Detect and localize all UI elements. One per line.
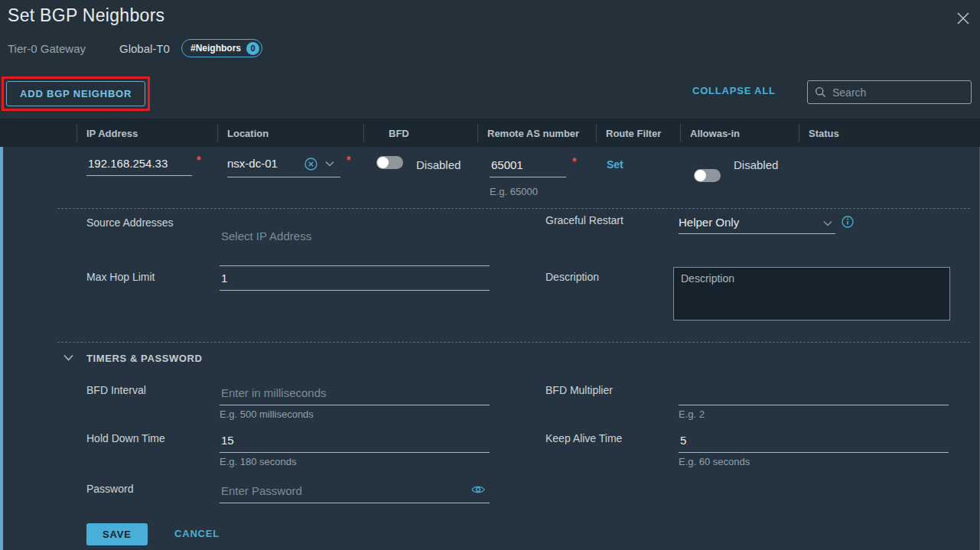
column-divider <box>799 124 799 142</box>
password-input[interactable] <box>220 484 490 503</box>
graceful-restart-chevron-icon <box>823 220 832 226</box>
separator <box>57 342 970 343</box>
bfd-multiplier-label: BFD Multiplier <box>545 384 613 396</box>
allowas-in-toggle[interactable] <box>694 169 721 182</box>
column-divider <box>596 124 597 142</box>
required-marker: * <box>347 154 350 166</box>
source-addresses-label: Source Addresses <box>86 216 174 229</box>
header-location: Location <box>227 128 269 139</box>
gateway-type-label: Tier-0 Gateway <box>8 42 86 55</box>
grid-header-row: IP Address Location BFD Remote AS number… <box>0 119 980 147</box>
red-annotation-box: ADD BGP NEIGHBOR <box>2 76 150 111</box>
collapse-all-link[interactable]: COLLAPSE ALL <box>692 85 776 96</box>
search-box <box>807 80 972 104</box>
search-icon <box>815 86 826 98</box>
column-divider <box>477 124 478 142</box>
page-title: Set BGP Neighbors <box>8 5 164 26</box>
timers-password-section-title[interactable]: TIMERS & PASSWORD <box>86 353 203 364</box>
max-hop-limit-label: Max Hop Limit <box>86 271 155 283</box>
bgp-neighbors-grid: IP Address Location BFD Remote AS number… <box>0 119 980 550</box>
remote-as-input[interactable] <box>490 158 566 177</box>
keep-alive-time-hint: E.g. 60 seconds <box>679 456 750 467</box>
location-combobox[interactable]: nsx-dc-01 <box>227 157 340 177</box>
keep-alive-time-input[interactable] <box>679 434 949 453</box>
required-marker: * <box>572 155 576 168</box>
cancel-button[interactable]: CANCEL <box>174 528 220 539</box>
bfd-multiplier-input[interactable] <box>679 386 949 405</box>
allowas-in-state-label: Disabled <box>734 158 778 171</box>
password-label: Password <box>86 483 133 495</box>
header-route-filter: Route Filter <box>606 128 661 139</box>
bfd-interval-input[interactable] <box>220 386 490 405</box>
source-addresses-input[interactable] <box>220 229 490 266</box>
route-filter-set-link[interactable]: Set <box>607 158 623 171</box>
column-divider <box>217 124 218 142</box>
bfd-toggle[interactable] <box>376 156 403 169</box>
hold-down-time-label: Hold Down Time <box>86 432 165 444</box>
clear-selection-icon[interactable] <box>304 158 317 171</box>
close-icon[interactable] <box>955 10 972 27</box>
bfd-state-label: Disabled <box>416 158 461 171</box>
separator <box>57 208 970 209</box>
bfd-interval-hint: E.g. 500 milliseconds <box>220 408 314 420</box>
location-value: nsx-dc-01 <box>227 157 278 170</box>
neighbors-badge-count: 0 <box>246 42 259 55</box>
description-label: Description <box>545 271 599 283</box>
info-icon[interactable] <box>842 216 854 228</box>
location-dropdown-chevron-icon[interactable] <box>325 161 334 167</box>
section-collapse-chevron-icon[interactable] <box>63 354 73 361</box>
graceful-restart-select[interactable]: Helper Only <box>679 216 835 234</box>
max-hop-limit-input[interactable] <box>220 272 490 291</box>
description-textarea[interactable] <box>673 267 950 321</box>
neighbors-count-badge: #Neighbors 0 <box>181 39 262 57</box>
save-button[interactable]: SAVE <box>86 523 148 545</box>
keep-alive-time-label: Keep Alive Time <box>545 432 622 444</box>
hold-down-time-hint: E.g. 180 seconds <box>220 456 296 467</box>
graceful-restart-label: Graceful Restart <box>545 214 623 226</box>
hold-down-time-input[interactable] <box>220 434 490 453</box>
header-bfd: BFD <box>389 128 409 139</box>
ip-address-input[interactable] <box>86 157 192 176</box>
header-ip-address: IP Address <box>86 128 138 139</box>
graceful-restart-value: Helper Only <box>679 216 739 229</box>
expanded-row-accent <box>0 147 3 550</box>
show-password-eye-icon[interactable] <box>471 484 485 495</box>
search-input[interactable] <box>832 86 971 99</box>
bfd-interval-label: BFD Interval <box>86 384 146 396</box>
column-divider <box>363 124 364 142</box>
header-remote-as: Remote AS number <box>487 128 579 139</box>
neighbors-badge-label: #Neighbors <box>190 43 241 54</box>
header-status: Status <box>809 128 839 139</box>
remote-as-hint: E.g. 65000 <box>490 186 538 197</box>
column-divider <box>680 124 681 142</box>
bfd-multiplier-hint: E.g. 2 <box>679 408 705 420</box>
header-allowas-in: Allowas-in <box>690 128 740 139</box>
required-marker: * <box>197 154 200 166</box>
set-bgp-neighbors-dialog: Set BGP Neighbors Tier-0 Gateway Global-… <box>0 0 980 550</box>
gateway-name: Global-T0 <box>119 42 170 55</box>
column-divider <box>77 124 77 142</box>
add-bgp-neighbor-button[interactable]: ADD BGP NEIGHBOR <box>6 81 145 106</box>
